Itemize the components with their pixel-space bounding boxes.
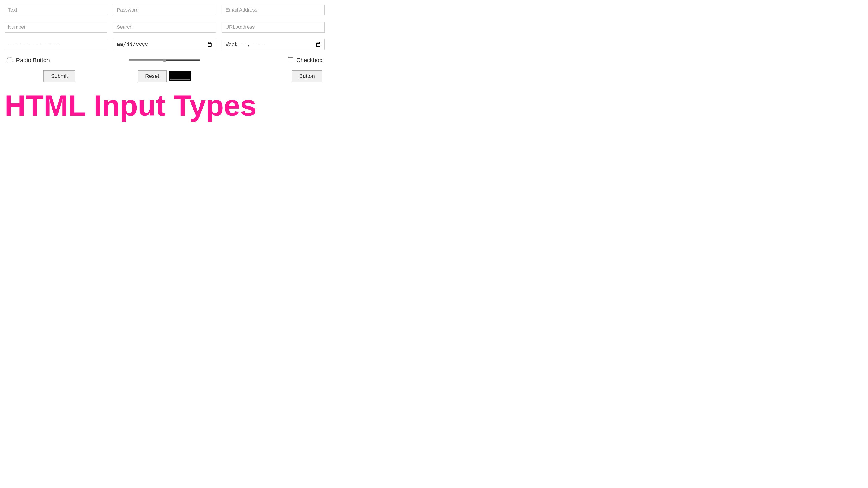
checkbox-input[interactable] bbox=[287, 57, 293, 63]
controls-row: Radio Button Checkbox bbox=[4, 57, 324, 64]
inputs-grid bbox=[4, 4, 324, 50]
main-container: Radio Button Checkbox Submit Reset Butto… bbox=[0, 0, 329, 82]
radio-label: Radio Button bbox=[16, 57, 50, 64]
title-section: HTML Input Types bbox=[0, 86, 329, 127]
button-container: Button bbox=[217, 70, 322, 82]
password-input[interactable] bbox=[113, 4, 216, 15]
number-input[interactable] bbox=[4, 22, 107, 33]
reset-button[interactable]: Reset bbox=[138, 70, 167, 82]
radio-container: Radio Button bbox=[7, 57, 112, 64]
url-input[interactable] bbox=[222, 22, 324, 33]
email-input[interactable] bbox=[222, 4, 324, 15]
range-slider[interactable] bbox=[128, 58, 201, 63]
buttons-row: Submit Reset Button bbox=[4, 70, 324, 82]
search-input[interactable] bbox=[113, 22, 216, 33]
page-title: HTML Input Types bbox=[4, 91, 324, 120]
submit-container: Submit bbox=[7, 70, 112, 82]
generic-button[interactable]: Button bbox=[292, 70, 322, 82]
color-input[interactable] bbox=[169, 71, 191, 81]
date-input[interactable] bbox=[113, 39, 216, 50]
submit-button[interactable]: Submit bbox=[43, 70, 75, 82]
tel-input[interactable] bbox=[4, 39, 107, 50]
week-input[interactable] bbox=[222, 39, 324, 50]
slider-container bbox=[112, 58, 217, 63]
reset-color-container: Reset bbox=[112, 70, 217, 82]
radio-button[interactable] bbox=[7, 57, 13, 64]
checkbox-container: Checkbox bbox=[217, 57, 322, 64]
checkbox-label: Checkbox bbox=[296, 57, 322, 64]
text-input[interactable] bbox=[4, 4, 107, 15]
